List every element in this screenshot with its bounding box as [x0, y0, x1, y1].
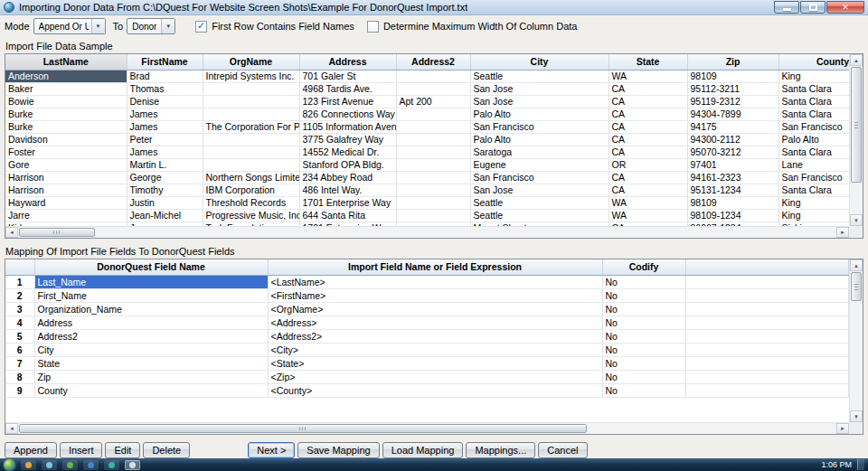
- grid-cell[interactable]: 95119-2312: [687, 95, 778, 108]
- grid-cell[interactable]: CA: [609, 120, 687, 133]
- grid-cell[interactable]: CA: [609, 171, 687, 184]
- scroll-left-icon[interactable]: ◄: [5, 423, 18, 434]
- grid-cell[interactable]: [685, 343, 849, 356]
- cancel-button[interactable]: Cancel: [538, 442, 587, 458]
- grid-cell[interactable]: 6: [5, 343, 34, 356]
- grid-cell[interactable]: [396, 171, 470, 184]
- scrollbar-thumb[interactable]: [19, 228, 95, 237]
- scroll-down-icon[interactable]: ▼: [850, 214, 863, 226]
- grid-cell[interactable]: No: [602, 316, 685, 329]
- grid-cell[interactable]: [685, 329, 849, 343]
- maximize-button[interactable]: [800, 1, 826, 14]
- grid-cell[interactable]: WA: [609, 70, 687, 82]
- grid-cell[interactable]: <State>: [268, 356, 602, 370]
- grid-cell[interactable]: 486 Intel Way.: [299, 184, 396, 196]
- grid-cell[interactable]: CA: [609, 184, 687, 196]
- grid-cell[interactable]: CA: [609, 82, 687, 95]
- taskbar-app-icon[interactable]: [21, 460, 36, 470]
- table-row[interactable]: DavidsonPeter3775 Galafrey WayPalo AltoC…: [5, 133, 849, 146]
- grid-cell[interactable]: San Jose: [470, 184, 609, 196]
- grid-cell[interactable]: Palo Alto: [778, 133, 849, 146]
- scroll-down-icon[interactable]: ▼: [850, 410, 863, 422]
- insert-button[interactable]: Insert: [60, 442, 103, 458]
- grid-cell[interactable]: [203, 146, 299, 158]
- grid-cell[interactable]: [685, 302, 849, 316]
- grid-cell[interactable]: 98109: [687, 196, 778, 209]
- grid-cell[interactable]: Brad: [127, 70, 203, 82]
- column-header[interactable]: Zip: [687, 54, 778, 70]
- grid-cell[interactable]: San Francisco: [778, 171, 849, 184]
- table-row[interactable]: JarreJean-MichelProgressive Music, Inc.6…: [5, 209, 849, 221]
- table-row[interactable]: BowieDenise123 First AvenueApt 200San Jo…: [5, 95, 849, 108]
- grid-cell[interactable]: 98109: [687, 70, 778, 82]
- grid-cell[interactable]: Progressive Music, Inc.: [203, 209, 299, 221]
- grid-cell[interactable]: [685, 316, 849, 329]
- scroll-right-icon[interactable]: ►: [836, 227, 849, 238]
- grid-cell[interactable]: Seattle: [470, 196, 609, 209]
- grid-cell[interactable]: Organization_Name: [34, 302, 268, 316]
- grid-cell[interactable]: Martin L.: [127, 158, 203, 171]
- table-row[interactable]: AndersonBradIntrepid Systems Inc.701 Gal…: [5, 70, 849, 82]
- grid-cell[interactable]: [685, 370, 849, 383]
- grid-cell[interactable]: [396, 82, 470, 95]
- grid-cell[interactable]: <City>: [268, 343, 602, 356]
- grid-cell[interactable]: 9: [5, 383, 34, 397]
- grid-cell[interactable]: First_Name: [34, 288, 268, 302]
- grid-cell[interactable]: Stanford OPA Bldg.: [299, 158, 396, 171]
- grid-cell[interactable]: Justin: [127, 196, 203, 209]
- grid-cell[interactable]: Eugene: [470, 158, 609, 171]
- column-header[interactable]: LastName: [5, 54, 127, 70]
- column-header[interactable]: Import Field Name or Field Expression: [268, 259, 602, 275]
- table-row[interactable]: 1Last_Name<LastName>No: [5, 275, 849, 288]
- table-row[interactable]: 3Organization_Name<OrgName>No: [5, 302, 849, 316]
- grid-cell[interactable]: Baker: [5, 82, 127, 95]
- grid-cell[interactable]: Bowie: [5, 95, 127, 108]
- table-row[interactable]: HaywardJustinThreshold Records1701 Enter…: [5, 196, 849, 209]
- grid-cell[interactable]: CA: [609, 133, 687, 146]
- vertical-scrollbar[interactable]: ▲ ▼: [849, 54, 863, 226]
- grid-cell[interactable]: 4: [5, 316, 34, 329]
- column-header[interactable]: FirstName: [127, 54, 203, 70]
- grid-cell[interactable]: [203, 133, 299, 146]
- grid-cell[interactable]: [396, 120, 470, 133]
- grid-cell[interactable]: Seattle: [470, 70, 609, 82]
- next-button[interactable]: Next >: [248, 442, 295, 458]
- column-header[interactable]: City: [470, 54, 609, 70]
- grid-cell[interactable]: Seattle: [470, 209, 609, 221]
- grid-cell[interactable]: 1701 Enterprise Way: [299, 196, 396, 209]
- grid-cell[interactable]: 1105 Information Avenue: [299, 120, 396, 133]
- grid-cell[interactable]: George: [127, 171, 203, 184]
- grid-cell[interactable]: Last_Name: [34, 275, 268, 288]
- grid-cell[interactable]: [396, 158, 470, 171]
- grid-cell[interactable]: OR: [609, 158, 687, 171]
- grid-cell[interactable]: King: [778, 196, 849, 209]
- grid-cell[interactable]: <County>: [268, 383, 602, 397]
- grid-cell[interactable]: 94304-7899: [687, 108, 778, 120]
- grid-cell[interactable]: [396, 70, 470, 82]
- table-row[interactable]: 8Zip<Zip>No: [5, 370, 849, 383]
- grid-cell[interactable]: 95131-1234: [687, 184, 778, 196]
- delete-button[interactable]: Delete: [143, 442, 190, 458]
- grid-cell[interactable]: [685, 383, 849, 397]
- grid-cell[interactable]: Threshold Records: [203, 196, 299, 209]
- grid-cell[interactable]: 95112-3211: [687, 82, 778, 95]
- grid-cell[interactable]: Hayward: [5, 196, 127, 209]
- grid-cell[interactable]: [685, 356, 849, 370]
- close-button[interactable]: ✕: [826, 1, 864, 14]
- table-row[interactable]: 2First_Name<FirstName>No: [5, 288, 849, 302]
- grid-cell[interactable]: 94161-2323: [687, 171, 778, 184]
- grid-cell[interactable]: The Corporation For Public Bro: [203, 120, 299, 133]
- grid-cell[interactable]: 826 Connections Way: [299, 108, 396, 120]
- grid-cell[interactable]: Harrison: [5, 184, 127, 196]
- column-header[interactable]: Address: [299, 54, 396, 70]
- taskbar-app-icon-active[interactable]: [125, 460, 140, 470]
- grid-cell[interactable]: WA: [609, 209, 687, 221]
- grid-cell[interactable]: James: [127, 120, 203, 133]
- grid-cell[interactable]: Jean-Michel: [127, 209, 203, 221]
- grid-cell[interactable]: 8: [5, 370, 34, 383]
- horizontal-scrollbar[interactable]: ◄ ►: [5, 422, 849, 434]
- grid-cell[interactable]: <FirstName>: [268, 288, 602, 302]
- column-header[interactable]: State: [609, 54, 687, 70]
- taskbar[interactable]: 1:06 PM: [0, 458, 868, 471]
- titlebar[interactable]: Importing Donor Data From C:\DQuest For …: [0, 0, 868, 15]
